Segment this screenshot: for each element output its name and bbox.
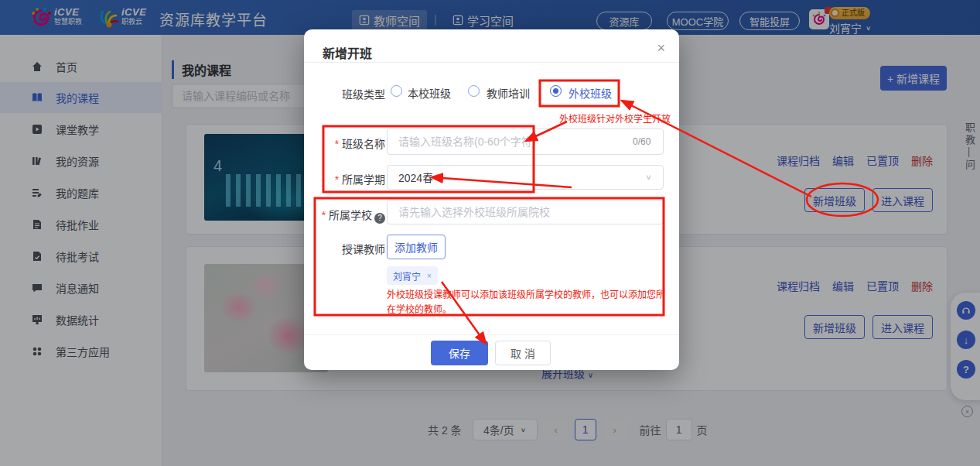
help-icon[interactable]: ? [374,213,385,224]
close-icon[interactable]: × [657,40,665,57]
radio-own-school-label[interactable]: 本校班级 [408,85,451,101]
divider [304,334,679,335]
char-counter: 0/60 [633,136,650,147]
screen: iCVE 智慧职教 iCVE 职教云 资源库教学平台 教师空间 | [0,0,980,466]
radio-own-school-class[interactable] [391,85,402,97]
external-class-hint: 外校班级针对外校学生开放 [559,111,671,125]
class-type-label: 班级类型 [312,86,385,101]
term-select[interactable]: 2024春 ∨ [387,165,664,190]
add-class-modal: 新增开班 × 班级类型 本校班级 教师培训 外校班级 外校班级针对外校学生开放 … [304,29,679,370]
teacher-tag: 刘宵宁 × [387,266,438,285]
cancel-button[interactable]: 取 消 [495,341,551,365]
modal-title: 新增开班 [323,43,372,62]
radio-teacher-training[interactable] [468,85,480,97]
school-input[interactable] [387,200,664,224]
term-label: 所属学期 [312,171,385,187]
remove-teacher-icon[interactable]: × [427,272,432,280]
radio-external-school-class[interactable] [550,85,562,97]
divider [304,62,679,63]
save-button[interactable]: 保存 [431,341,488,365]
radio-teacher-training-label[interactable]: 教师培训 [487,85,530,101]
radio-external-school-label[interactable]: 外校班级 [569,85,612,101]
teacher-note: 外校班级授课教师可以添加该班级所属学校的教师，也可以添加您所在学校的教师。 [387,288,668,317]
class-name-label: 班级名称 [312,135,385,151]
class-name-input[interactable] [387,128,664,155]
add-teacher-button[interactable]: 添加教师 [387,235,446,259]
chevron-down-icon: ∨ [645,173,652,181]
teacher-label: 授课教师 [312,241,385,256]
school-label: 所属学校? [312,207,385,224]
